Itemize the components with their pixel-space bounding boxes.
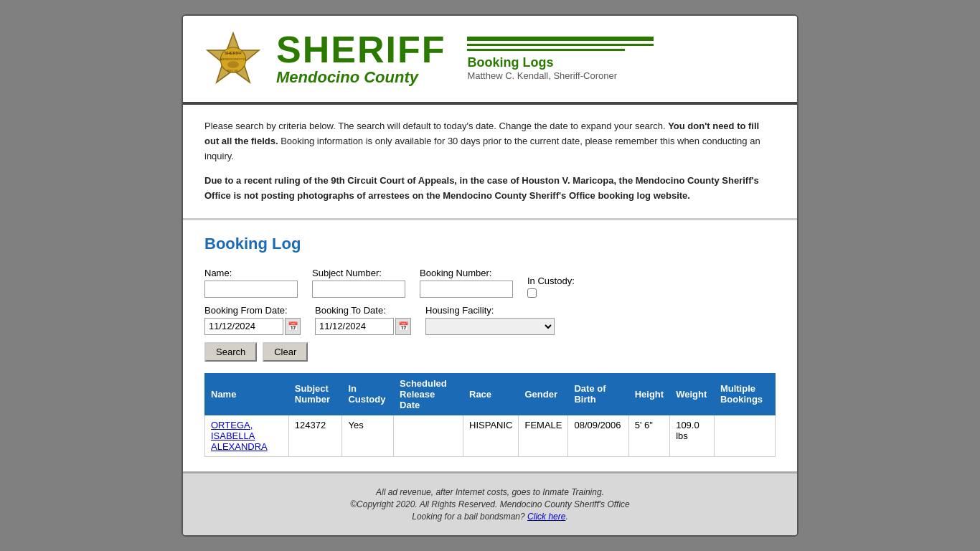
subject-number-input[interactable] — [312, 281, 405, 298]
sheriff-badge: SHERIFF MENDOCINO CO. EST. 18-- — [204, 30, 262, 88]
booking-from-group: Booking From Date: 11/12/2024 📅 — [204, 305, 301, 335]
notice-paragraph-1: Please search by criteria below. The sea… — [204, 119, 776, 164]
table-header: Name Subject Number In Custody Scheduled… — [205, 373, 776, 415]
footer-bail-text: Looking for a bail bondsman? — [412, 512, 524, 522]
booking-number-label: Booking Number: — [420, 268, 513, 278]
sheriff-title: SHERIFF — [276, 31, 446, 68]
svg-text:SHERIFF: SHERIFF — [225, 51, 242, 55]
notice-paragraph-2: Due to a recent ruling of the 9th Circui… — [204, 174, 776, 204]
booking-from-input[interactable]: 11/12/2024 — [204, 318, 283, 335]
notice-section: Please search by criteria below. The sea… — [183, 105, 797, 220]
svg-text:EST. 18--: EST. 18-- — [227, 69, 240, 72]
cell-height: 5' 6" — [628, 415, 669, 456]
form-buttons: Search Clear — [204, 342, 776, 362]
col-race: Race — [463, 373, 519, 415]
form-row-2: Booking From Date: 11/12/2024 📅 Booking … — [204, 305, 776, 335]
in-custody-group: In Custody: — [527, 276, 575, 298]
subject-number-group: Subject Number: — [312, 268, 405, 298]
col-multiple-bookings: Multiple Bookings — [714, 373, 775, 415]
cell-in-custody: Yes — [342, 415, 394, 456]
search-form: Name: Subject Number: Booking Number: In… — [204, 268, 776, 362]
housing-facility-label: Housing Facility: — [425, 305, 555, 316]
table-row: ORTEGA, ISABELLA ALEXANDRA 124372 Yes HI… — [205, 415, 776, 456]
decorative-lines — [467, 37, 654, 51]
cell-dob: 08/09/2006 — [568, 415, 628, 456]
booking-to-label: Booking To Date: — [315, 305, 411, 316]
svg-point-4 — [227, 61, 239, 68]
col-in-custody: In Custody — [342, 373, 394, 415]
cell-multiple-bookings — [714, 415, 775, 456]
col-scheduled-release: Scheduled Release Date — [394, 373, 463, 415]
booking-log-title: Booking Log — [204, 235, 776, 253]
table-header-row: Name Subject Number In Custody Scheduled… — [205, 373, 776, 415]
col-height: Height — [628, 373, 669, 415]
subject-number-label: Subject Number: — [312, 268, 405, 278]
booking-from-calendar-button[interactable]: 📅 — [285, 318, 301, 335]
booking-from-label: Booking From Date: — [204, 305, 301, 316]
main-content: Booking Log Name: Subject Number: Bookin… — [183, 220, 797, 471]
table-body: ORTEGA, ISABELLA ALEXANDRA 124372 Yes HI… — [205, 415, 776, 456]
name-input[interactable] — [204, 281, 298, 298]
cell-name: ORTEGA, ISABELLA ALEXANDRA — [205, 415, 289, 456]
booking-to-input[interactable]: 11/12/2024 — [315, 318, 394, 335]
footer-line-2: ©Copyright 2020. All Rights Reserved. Me… — [204, 499, 776, 509]
booking-to-group: Booking To Date: 11/12/2024 📅 — [315, 305, 411, 335]
results-table: Name Subject Number In Custody Scheduled… — [204, 373, 776, 457]
cell-race: HISPANIC — [463, 415, 519, 456]
housing-facility-select[interactable] — [425, 318, 555, 335]
booking-number-input[interactable] — [420, 281, 513, 298]
bail-bondsman-link[interactable]: Click here — [527, 512, 565, 522]
col-weight: Weight — [670, 373, 715, 415]
clear-button[interactable]: Clear — [263, 342, 308, 362]
cell-weight: 109.0 lbs — [670, 415, 715, 456]
col-dob: Date of Birth — [568, 373, 628, 415]
search-button[interactable]: Search — [204, 342, 257, 362]
form-row-1: Name: Subject Number: Booking Number: In… — [204, 268, 776, 298]
header-right-block: Booking Logs Matthew C. Kendall, Sheriff… — [467, 37, 654, 81]
in-custody-label: In Custody: — [527, 276, 575, 286]
inmate-name-link[interactable]: ORTEGA, ISABELLA ALEXANDRA — [211, 420, 268, 452]
footer-line-1: All ad revenue, after Internet costs, go… — [204, 487, 776, 497]
name-group: Name: — [204, 268, 298, 298]
col-gender: Gender — [519, 373, 568, 415]
booking-to-calendar-button[interactable]: 📅 — [395, 318, 411, 335]
in-custody-checkbox[interactable] — [527, 288, 537, 298]
cell-scheduled-release — [394, 415, 463, 456]
col-subject-number: Subject Number — [288, 373, 342, 415]
booking-number-group: Booking Number: — [420, 268, 513, 298]
header-title-block: SHERIFF Mendocino County — [276, 31, 446, 87]
booking-to-date-wrapper: 11/12/2024 📅 — [315, 318, 411, 335]
booking-logs-title: Booking Logs — [467, 55, 654, 70]
cell-gender: FEMALE — [519, 415, 568, 456]
sheriff-name: Matthew C. Kendall, Sheriff-Coroner — [467, 70, 654, 81]
housing-facility-group: Housing Facility: — [425, 305, 555, 335]
page-header: SHERIFF MENDOCINO CO. EST. 18-- SHERIFF … — [183, 16, 797, 105]
sheriff-county: Mendocino County — [276, 68, 446, 87]
page-footer: All ad revenue, after Internet costs, go… — [183, 471, 797, 535]
booking-from-date-wrapper: 11/12/2024 📅 — [204, 318, 301, 335]
col-name: Name — [205, 373, 289, 415]
cell-subject-number: 124372 — [288, 415, 342, 456]
footer-bail-line: Looking for a bail bondsman? Click here. — [204, 512, 776, 522]
svg-text:MENDOCINO CO.: MENDOCINO CO. — [220, 57, 246, 61]
name-label: Name: — [204, 268, 298, 278]
